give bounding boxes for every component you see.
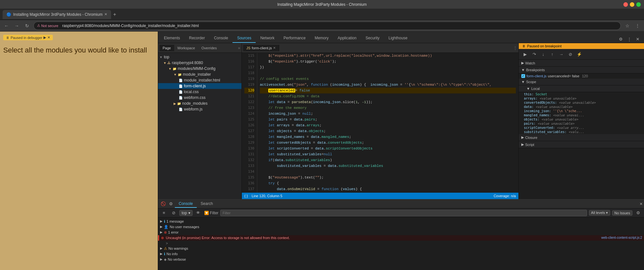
console-close-icon[interactable]: ✕ (639, 202, 643, 206)
chevron-down-icon: ▾ (606, 211, 608, 215)
console-message-label: 1 message (166, 219, 184, 223)
tab-elements[interactable]: Elements (159, 34, 185, 43)
devtools-main: Page Workspace Overrides » ▼ top ▼ (158, 43, 644, 199)
tree-item-node-modules[interactable]: ▶ 📁 node_modules (158, 101, 242, 106)
tree-item-label: module_installer (183, 72, 211, 77)
right-sections: ▶ Watch ▼ Breakpoints ✓ form-client.js u… (519, 60, 644, 199)
address-bar: ← → ↻ ⚠ Not secure ☆ ⋮ (0, 20, 644, 32)
address-input[interactable] (58, 22, 617, 30)
tree-item-server[interactable]: ▼ 🖧 raspberrypi4:8080 (158, 60, 242, 66)
sources-overrides-tab[interactable]: Overrides (198, 45, 220, 51)
console-no-user-label: No user messages (170, 225, 199, 229)
code-tabs-more[interactable]: ⋮ (513, 46, 517, 50)
console-group-verbose[interactable]: ▶ ◈ No verbose (158, 257, 644, 262)
tab-security[interactable]: Security (361, 34, 384, 43)
tab-performance[interactable]: Performance (279, 34, 310, 43)
tree-item-local-css[interactable]: 📄 local.css (158, 89, 242, 95)
console-group-warnings[interactable]: ▶ ⚠ No warnings (158, 246, 644, 251)
css-file-icon: 📄 (179, 90, 183, 94)
watch-section-header[interactable]: ▶ Watch (519, 60, 644, 67)
console-group-info[interactable]: ▶ ℹ No info (158, 251, 644, 257)
tab-console[interactable]: Console (209, 34, 232, 43)
console-tab-search[interactable]: Search (197, 200, 217, 208)
tab-network[interactable]: Network (256, 34, 279, 43)
tab-close-icon[interactable]: ✕ (104, 12, 107, 16)
deactivate-breakpoints-button[interactable]: ⊘ (566, 50, 574, 58)
tree-item-webform-css[interactable]: 📄 webform.css (158, 95, 242, 101)
maximize-button[interactable] (636, 2, 641, 7)
tab-close-icon[interactable]: ✕ (273, 46, 276, 50)
js-file-icon: 📄 (179, 84, 183, 88)
scope-var-scriptConverted: scriptConverted: <value arry... (519, 126, 644, 130)
tab-memory[interactable]: Memory (310, 34, 333, 43)
script-section-header[interactable]: ▶ Script (519, 141, 644, 148)
scope-section-header[interactable]: ▼ Scope (519, 79, 644, 85)
breakpoint-item[interactable]: ✓ form-client.js usercanceled= false 120 (519, 73, 644, 79)
code-line: let substituted_variables=null (260, 151, 516, 157)
tab-lighthouse[interactable]: Lighthouse (384, 34, 412, 43)
pause-resume-icon[interactable]: ▶ ✕ (43, 35, 50, 40)
console-settings-gear-icon[interactable]: ⚙ (634, 209, 642, 217)
context-selector[interactable]: top ▾ (179, 210, 193, 216)
step-button[interactable]: → (557, 50, 565, 58)
closure-section-header[interactable]: ▶ Closure (519, 134, 644, 141)
close-button[interactable] (623, 2, 628, 7)
new-tab-button[interactable]: + (113, 12, 116, 17)
bookmark-button[interactable]: ☆ (623, 22, 631, 30)
console-sidebar-icon[interactable]: ≡ (160, 209, 168, 217)
tree-item-label: top (164, 55, 169, 59)
tree-item-webform-js[interactable]: 📄 webform.js (158, 106, 242, 112)
back-button[interactable]: ← (3, 22, 10, 30)
resume-button[interactable]: ▶ (521, 50, 529, 58)
devtools-more-icon[interactable]: ⋮ (625, 35, 633, 43)
devtools-close-icon[interactable]: ✕ (634, 35, 641, 43)
sources-more-icon[interactable]: » (238, 46, 240, 50)
console-group-messages[interactable]: ▶ ℹ 1 message (158, 219, 644, 224)
error-source-link[interactable]: web-client-content-script.js:2 (601, 236, 642, 239)
forward-button[interactable]: → (13, 22, 21, 30)
devtools-settings-icon[interactable]: ⚙ (617, 35, 625, 43)
tree-item-html[interactable]: 📄 module_installer.html (158, 77, 242, 83)
console-eye-icon[interactable]: 👁 (194, 209, 202, 217)
step-over-button[interactable]: ↷ (530, 50, 538, 58)
console-group-errors[interactable]: ▶ ⊗ 1 error (158, 230, 644, 235)
console-error-message: ⊗ Uncaught (in promise) Error: Access to… (158, 235, 644, 241)
reload-button[interactable]: ↻ (23, 22, 31, 30)
filter-toggle[interactable]: 🔽 Filter (204, 211, 219, 215)
watch-label: Watch (525, 61, 535, 65)
minimize-button[interactable] (630, 2, 634, 7)
menu-button[interactable]: ⋮ (634, 22, 641, 30)
breakpoint-banner: ⏸ Paused on breakpoint (519, 43, 644, 49)
window-title: Installing MagicMirror 3rdParty Modules … (277, 2, 366, 7)
console-tab-console[interactable]: Console (175, 200, 197, 208)
breakpoints-section-header[interactable]: ▼ Breakpoints (519, 67, 644, 73)
sources-workspace-tab[interactable]: Workspace (174, 45, 198, 51)
collapse-icon: ▼ (159, 55, 163, 59)
tab-recorder[interactable]: Recorder (185, 34, 209, 43)
local-scope-header[interactable]: ▼ Local (519, 85, 644, 92)
dont-pause-exceptions-button[interactable]: ⚡ (575, 50, 583, 58)
issues-badge[interactable]: No Issues (612, 210, 632, 216)
tree-item-mmm-config[interactable]: ▼ 📁 modules/MMM-Config (158, 66, 242, 72)
console-filter-input[interactable] (220, 210, 587, 216)
code-content[interactable]: $("#openlink").attr("href",url.replace("… (257, 53, 518, 193)
code-editor: 115116117118 119119 120 121122123124 125… (242, 53, 518, 193)
tab-application[interactable]: Application (333, 34, 361, 43)
console-group-user-messages[interactable]: ▶ 👤 No user messages (158, 224, 644, 230)
closure-label: Closure (525, 136, 537, 140)
bp-checkbox[interactable]: ✓ (521, 74, 525, 78)
levels-dropdown[interactable]: All levels ▾ (589, 210, 610, 216)
step-into-button[interactable]: ↓ (539, 50, 547, 58)
console-block-icon[interactable]: ⊘ (170, 209, 177, 217)
tree-item-top[interactable]: ▼ top (158, 54, 242, 60)
tree-item-module-installer[interactable]: ▼ 📁 module_installer (158, 72, 242, 77)
tree-item-form-client[interactable]: 📄 form-client.js (158, 83, 242, 89)
code-tab-form-client[interactable]: JS form-client.js ✕ (243, 45, 279, 51)
sources-page-tab[interactable]: Page (159, 45, 174, 51)
browser-tab[interactable]: 🔵 Installing MagicMirror 3rdParty Module… (3, 10, 111, 19)
step-out-button[interactable]: ↑ (548, 50, 556, 58)
console-clear-icon[interactable]: 🚫 (159, 200, 167, 208)
console-settings-icon[interactable]: ⚙ (167, 200, 175, 208)
tab-sources[interactable]: Sources (232, 34, 256, 43)
sources-tabs: Page Workspace Overrides » (158, 43, 242, 53)
